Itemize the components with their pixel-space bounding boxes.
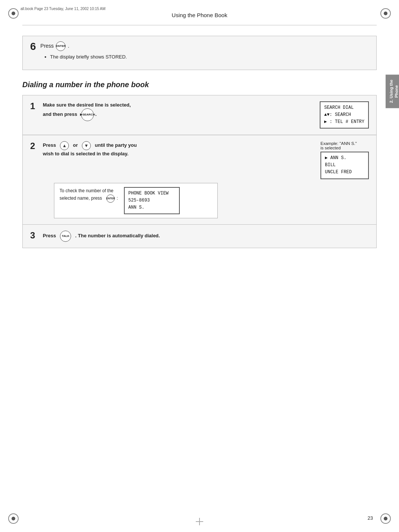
step3-text: Press TALK . The number is automatically… (43, 231, 369, 242)
step3-number: 3 (30, 231, 39, 240)
talk-button-icon[interactable]: TALK (60, 231, 71, 242)
step1-number: 1 (30, 101, 39, 111)
corner-decoration-tr (380, 8, 391, 19)
step2-area: 2 Press ▲ or ▼ (23, 135, 376, 224)
step2-number: 2 (30, 141, 39, 151)
dialing-section-heading: Dialing a number in the phone book (22, 80, 377, 89)
page-number: 23 (368, 515, 373, 521)
corner-decoration-bl (8, 513, 19, 524)
step1-display: SEARCH DIAL ▲▼: SEARCH ▶ : TEL # ENTRY (320, 101, 369, 129)
step6-box: 6 Press ENTER . The display briefly show… (22, 36, 377, 70)
page-title: Using the Phone Book (22, 0, 377, 25)
step2-display: ▶ ANN S. BILL UNCLE FRED (320, 152, 369, 179)
step6-text: Press ENTER . (41, 41, 369, 51)
corner-decoration-br (380, 513, 391, 524)
down-button-icon[interactable]: ▼ (82, 141, 91, 150)
step2-text: Press ▲ or ▼ until the party you wish to… (43, 141, 313, 158)
bottom-crosshair (196, 518, 203, 525)
step6-bullet: The display briefly shows STORED. (50, 53, 369, 61)
check-subbox: To check the number of the selected name… (54, 183, 218, 219)
step1-area: 1 Make sure the desired line is selected… (23, 95, 376, 135)
phonebook-display: PHONE BOOK VIEW 525-8693 ANN S. (124, 187, 180, 215)
enter-button-icon[interactable]: ENTER (56, 41, 66, 51)
up-button-icon[interactable]: ▲ (60, 141, 69, 150)
step2-right-panel: Example: "ANN S." is selected ▶ ANN S. B… (320, 141, 369, 179)
step3-area: 3 Press TALK . The number is automatical… (23, 225, 376, 248)
step6-number: 6 (30, 41, 36, 52)
check-label: To check the number of the selected name… (60, 187, 118, 203)
example-label: Example: "ANN S." is selected (320, 141, 369, 150)
search-button-icon[interactable]: ▶SEARCH (81, 108, 94, 121)
enter-button-check-icon[interactable]: ENTER (106, 194, 115, 203)
corner-decoration-tl (8, 8, 19, 19)
dialing-steps-container: 1 Make sure the desired line is selected… (22, 95, 377, 248)
section-tab: 2. Using the Phone 2 (386, 75, 399, 108)
step1-text: Make sure the desired line is selected, … (43, 101, 312, 121)
header-file-info: all.book Page 23 Tuesday, June 11, 2002 … (20, 7, 105, 11)
